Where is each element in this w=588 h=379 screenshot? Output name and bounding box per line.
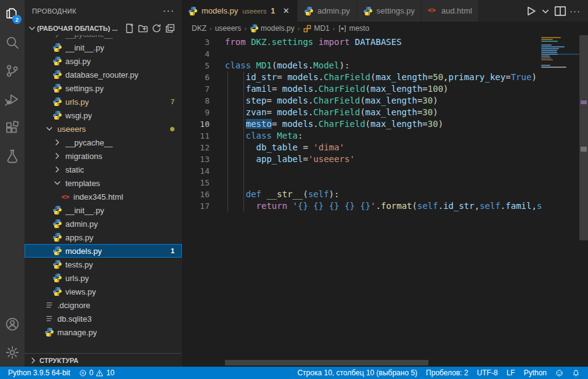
more-actions-button-icon[interactable]: ···: [568, 4, 582, 18]
status-encoding[interactable]: UTF-8: [473, 367, 502, 379]
sidebar-header: ПРОВОДНИК ···: [25, 0, 182, 22]
status-label: UTF-8: [477, 369, 498, 377]
split-editor-button-icon[interactable]: [553, 4, 567, 18]
code-line-17: 17 return '{} {} {} {} {}'.format(self.i…: [182, 200, 588, 212]
breadcrumb-label: MD1: [314, 24, 329, 33]
scrollbar-thumb[interactable]: [579, 35, 588, 240]
close-icon[interactable]: ✕: [281, 6, 291, 15]
activitybar-source-control[interactable]: [0, 57, 25, 85]
tree-item-__pycache__[interactable]: __pycache__: [25, 35, 182, 41]
status-cursor-position[interactable]: Строка 10, столбец 10 (выбрано 5): [293, 367, 422, 379]
tree-item-label: urls.py: [65, 97, 89, 107]
field-icon: [338, 24, 347, 33]
status-right: Строка 10, столбец 10 (выбрано 5)Пробело…: [293, 367, 584, 379]
tree-item-settings.py[interactable]: settings.py: [25, 81, 182, 95]
tree-item-admin.py[interactable]: admin.py: [25, 217, 182, 230]
breadcrumb-separator: ›: [210, 25, 212, 32]
status-bar: Python 3.9.5 64-bit010 Строка 10, столбе…: [0, 367, 588, 379]
status-feedback[interactable]: [551, 367, 568, 379]
tree-item-label: index345.html: [73, 192, 123, 202]
breadcrumb-models.py[interactable]: models.py: [250, 24, 295, 33]
tree-item-__init__.py[interactable]: __init__.py: [25, 203, 182, 217]
tree-item-tests.py[interactable]: tests.py: [25, 258, 182, 271]
minimap-line: [541, 63, 579, 64]
tree-item-manage.py[interactable]: manage.py: [25, 325, 182, 339]
outline-section-header[interactable]: СТРУКТУРА: [25, 353, 182, 367]
tree-item-wsgi.py[interactable]: wsgi.py: [25, 108, 182, 122]
minimap-line: [541, 52, 579, 53]
new-file-button-icon[interactable]: [124, 23, 135, 34]
code-line-6: 6 id_str= models.CharField(max_length=50…: [182, 71, 588, 83]
run-button-icon[interactable]: [524, 4, 537, 18]
tree-item-urls.py[interactable]: urls.py7: [25, 95, 182, 108]
activitybar-extensions[interactable]: [0, 113, 25, 142]
vertical-scrollbar[interactable]: [579, 35, 588, 367]
tab-problem-badge: 1: [271, 7, 275, 15]
activitybar-run-debug[interactable]: [0, 85, 25, 113]
tree-item-migrations[interactable]: migrations: [25, 149, 182, 163]
status-eol[interactable]: LF: [502, 367, 520, 379]
tree-item-urls.py[interactable]: urls.py: [25, 271, 182, 285]
status-label: Строка 10, столбец 10 (выбрано 5): [297, 369, 417, 377]
status-python-interpreter[interactable]: Python 3.9.5 64-bit: [4, 367, 75, 379]
tree-item-apps.py[interactable]: apps.py: [25, 230, 182, 244]
line-number: 16: [182, 189, 210, 200]
sidebar-more-actions[interactable]: ···: [163, 6, 174, 17]
tree-item-label: useeers: [57, 124, 86, 134]
tree-item-label: templates: [65, 179, 100, 188]
tree-item-database_roouter.py[interactable]: database_roouter.py: [25, 68, 182, 81]
tree-item-label: static: [65, 165, 84, 174]
status-notifications[interactable]: [568, 367, 584, 379]
tab-models.py[interactable]: models.pyuseeers1✕: [182, 0, 298, 22]
tree-item-.dcignore[interactable]: .dcignore: [25, 298, 182, 312]
line-number: 13: [182, 153, 210, 165]
breadcrumb-MD1[interactable]: MD1: [303, 24, 329, 33]
breadcrumb-useeers[interactable]: useeers: [215, 24, 242, 33]
run-debug-icon: [5, 92, 20, 107]
tab-settings.py[interactable]: settings.py: [357, 0, 422, 22]
tree-item-asgi.py[interactable]: asgi.py: [25, 54, 182, 68]
status-problems[interactable]: 010: [75, 367, 119, 379]
activitybar-explorer[interactable]: 2: [0, 0, 25, 28]
tree-item-models.py[interactable]: models.py1: [25, 244, 182, 258]
python-icon: [52, 232, 62, 242]
activitybar-search[interactable]: [0, 28, 25, 57]
code-line-9: 9 zvan= models.CharField(max_length=30): [182, 107, 588, 118]
new-folder-button-icon[interactable]: [137, 23, 149, 34]
minimap-line: [541, 37, 579, 38]
status-indentation[interactable]: Пробелов: 2: [422, 367, 473, 379]
code-editor[interactable]: 3from DKZ.settings import DATABASES45cla…: [182, 35, 588, 367]
tree-item-label: db.sqlite3: [57, 314, 92, 324]
breadcrumb-mesto[interactable]: mesto: [338, 24, 369, 33]
tab-aud.html[interactable]: <>aud.html: [422, 0, 479, 22]
activitybar-account[interactable]: [0, 310, 25, 338]
tab-admin.py[interactable]: admin.py: [298, 0, 357, 22]
tree-item-label: __pycache__: [65, 138, 113, 147]
tree-item-useeers[interactable]: useeers: [25, 122, 182, 136]
workspace-section-header[interactable]: (РАБОЧАЯ ОБЛАСТЬ) ...: [25, 22, 182, 35]
tree-item-static[interactable]: static: [25, 163, 182, 176]
horizontal-scrollbar[interactable]: [225, 360, 428, 365]
tree-item-views.py[interactable]: views.py: [25, 285, 182, 298]
tree-item-db.sqlite3[interactable]: db.sqlite3: [25, 312, 182, 325]
refresh-button-icon[interactable]: [151, 23, 162, 34]
status-language-mode[interactable]: Python: [520, 367, 551, 379]
tree-item-__init__.py[interactable]: __init__.py: [25, 41, 182, 54]
breadcrumb-separator: ›: [244, 25, 247, 32]
activitybar-testing[interactable]: [0, 142, 25, 170]
tree-item-__pycache__[interactable]: __pycache__: [25, 136, 182, 149]
tree-item-templates[interactable]: templates: [25, 176, 182, 190]
code-line-8: 8 step= models.CharField(max_length=30): [182, 95, 588, 107]
breadcrumb-DKZ[interactable]: DKZ: [192, 24, 206, 33]
collapse-all-button-icon[interactable]: [165, 23, 176, 34]
run-chevron-button-icon[interactable]: [539, 4, 552, 18]
overview-ruler-mark: [581, 100, 587, 104]
status-label: Python 3.9.5 64-bit: [8, 369, 70, 377]
tree-item-label: __init__.py: [65, 43, 104, 52]
minimap-line: [541, 61, 579, 62]
activitybar-settings-gear[interactable]: [0, 338, 25, 367]
minimap[interactable]: [541, 37, 579, 68]
tree-item-index345.html[interactable]: <>index345.html: [25, 190, 182, 203]
activitybar-badge: 2: [12, 15, 22, 24]
code-line-12: 12 db_table = 'dima': [182, 142, 588, 153]
